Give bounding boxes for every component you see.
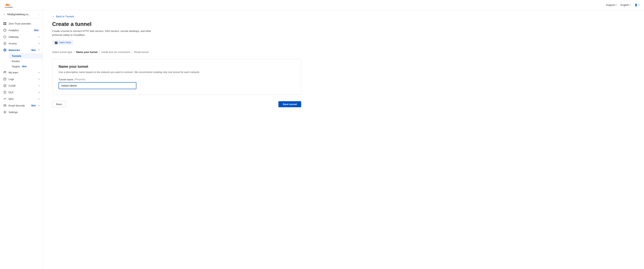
form-card: Name your tunnel Use a descriptive name … (52, 59, 301, 95)
svg-rect-2 (5, 22, 6, 23)
step-divider-2: / (99, 50, 100, 54)
language-button[interactable]: English ▾ (620, 4, 630, 6)
logs-chevron-icon: ▾ (38, 78, 40, 80)
sidebar-item-zero-trust-label: Zero Trust overview (8, 22, 40, 25)
back-arrow-icon: ← (52, 15, 55, 18)
step-divider-3: / (132, 50, 133, 54)
sidebar-item-access[interactable]: Access ▾ (0, 40, 42, 47)
sidebar-item-casb[interactable]: CASB ▾ (0, 82, 42, 89)
steps-breadcrumb: Select tunnel type / Name your tunnel / … (52, 50, 635, 54)
analytics-icon (3, 28, 6, 32)
sidebar-item-analytics-label: Analytics (8, 29, 31, 32)
sidebar-item-settings-label: Settings (8, 111, 40, 114)
tunnel-name-label: Tunnel name (Required) (58, 78, 295, 81)
form-card-title: Name your tunnel (58, 64, 295, 69)
learn-more-label: Learn more (59, 41, 71, 44)
sidebar-item-dex[interactable]: DEX ▾ (0, 96, 42, 102)
learn-more-icon: 🎬 (54, 41, 58, 44)
grid-icon (3, 22, 6, 25)
svg-rect-1 (4, 22, 5, 23)
support-button[interactable]: Support ▾ (606, 4, 617, 6)
topbar: CLOUDFLARE Support ▾ English ▾ 👤 ▾ (0, 0, 644, 10)
step-select-type: Select tunnel type (52, 50, 72, 54)
sidebar: ← Nik@gristleking.co... › Zero Trust ove… (0, 10, 43, 269)
svg-rect-12 (4, 78, 6, 80)
lock-icon (3, 42, 6, 45)
back-arrow-icon: ← (3, 13, 6, 16)
sidebar-item-email-security[interactable]: Email Security New ▾ (0, 102, 42, 109)
sidebar-item-logs-label: Logs (8, 78, 36, 80)
sidebar-item-settings[interactable]: Settings (0, 109, 42, 116)
sidebar-item-zero-trust[interactable]: Zero Trust overview (0, 20, 42, 27)
svg-text:CLOUDFLARE: CLOUDFLARE (5, 6, 13, 8)
sidebar-nav: Zero Trust overview Analytics New (0, 19, 42, 117)
casb-chevron-icon: ▾ (38, 85, 40, 87)
networks-icon (3, 48, 6, 52)
save-tunnel-button[interactable]: Save tunnel (278, 101, 301, 107)
account-expand-icon: › (39, 13, 40, 16)
topbar-right: Support ▾ English ▾ 👤 ▾ (606, 4, 639, 6)
my-team-chevron-icon: ▾ (38, 72, 40, 74)
account-button[interactable]: 👤 ▾ (634, 4, 639, 6)
back-link-label: Back to Tunnels (56, 15, 74, 18)
sidebar-item-dex-label: DEX (8, 98, 36, 100)
sidebar-item-email-security-label: Email Security (8, 104, 28, 107)
svg-rect-16 (4, 91, 6, 94)
gateway-icon (3, 35, 6, 38)
svg-point-11 (5, 71, 6, 72)
sidebar-item-my-team[interactable]: My team ▾ (0, 69, 42, 76)
user-icon: 👤 (634, 4, 638, 6)
sidebar-item-logs[interactable]: Logs ▾ (0, 76, 42, 82)
logs-icon (3, 77, 6, 81)
account-name: Nik@gristleking.co... (7, 13, 30, 16)
dlp-chevron-icon: ▾ (38, 91, 40, 94)
support-chevron-icon: ▾ (616, 4, 616, 6)
required-indicator: (Required) (74, 78, 86, 81)
email-security-new-badge: New (30, 104, 36, 107)
step-route-tunnel: Route tunnel (134, 50, 149, 54)
learn-more-button[interactable]: 🎬 Learn more (52, 40, 73, 45)
gear-icon (3, 110, 6, 114)
sidebar-subitem-routes[interactable]: Routes (8, 58, 42, 64)
sidebar-item-casb-label: CASB (8, 84, 36, 87)
sidebar-subitem-targets[interactable]: Targets New (8, 64, 42, 69)
networks-new-badge: New (30, 49, 36, 52)
sidebar-item-analytics[interactable]: Analytics New (0, 27, 42, 34)
language-chevron-icon: ▾ (630, 4, 630, 6)
main-content: ← Back to Tunnels Create a tunnel Create… (43, 10, 644, 269)
networks-subitems: Tunnels Routes Targets New (0, 53, 42, 69)
sidebar-item-my-team-label: My team (8, 71, 36, 74)
svg-point-10 (4, 71, 5, 72)
tunnel-name-input[interactable] (58, 82, 136, 89)
dlp-icon (3, 90, 6, 94)
dex-icon (3, 97, 6, 101)
sidebar-item-access-label: Access (8, 42, 36, 45)
email-icon (3, 104, 6, 107)
page-description: Create a tunnel to connect HTTP web serv… (52, 29, 161, 37)
sidebar-item-networks-label: Networks (8, 49, 28, 52)
sidebar-item-dlp[interactable]: DLP ▾ (0, 89, 42, 96)
dex-chevron-icon: ▾ (38, 98, 40, 100)
users-icon (3, 71, 6, 74)
account-switcher[interactable]: ← Nik@gristleking.co... › (0, 10, 42, 19)
email-security-chevron-icon: ▾ (38, 104, 40, 107)
back-button[interactable]: Back (52, 101, 66, 108)
actions-bar: Back Save tunnel (52, 101, 301, 108)
step-install-connectors: Install and run connectors (101, 50, 130, 54)
sidebar-item-networks[interactable]: Networks New ▾ (0, 47, 42, 53)
account-chevron-icon: ▾ (638, 4, 639, 6)
svg-rect-6 (4, 43, 6, 45)
svg-rect-4 (5, 24, 6, 25)
sidebar-subitem-tunnels[interactable]: Tunnels (8, 53, 42, 58)
sidebar-item-dlp-label: DLP (8, 91, 36, 94)
form-card-description: Use a descriptive name based on the netw… (58, 70, 295, 74)
back-to-tunnels-link[interactable]: ← Back to Tunnels (52, 15, 635, 18)
casb-icon (3, 84, 6, 88)
layout: ← Nik@gristleking.co... › Zero Trust ove… (0, 10, 644, 269)
language-label: English (620, 4, 629, 6)
cloudflare-logo-icon: CLOUDFLARE (5, 2, 13, 8)
logo: CLOUDFLARE (5, 2, 13, 8)
svg-rect-3 (4, 24, 5, 25)
gateway-chevron-icon: ▾ (38, 36, 40, 38)
sidebar-item-gateway[interactable]: Gateway ▾ (0, 34, 42, 40)
